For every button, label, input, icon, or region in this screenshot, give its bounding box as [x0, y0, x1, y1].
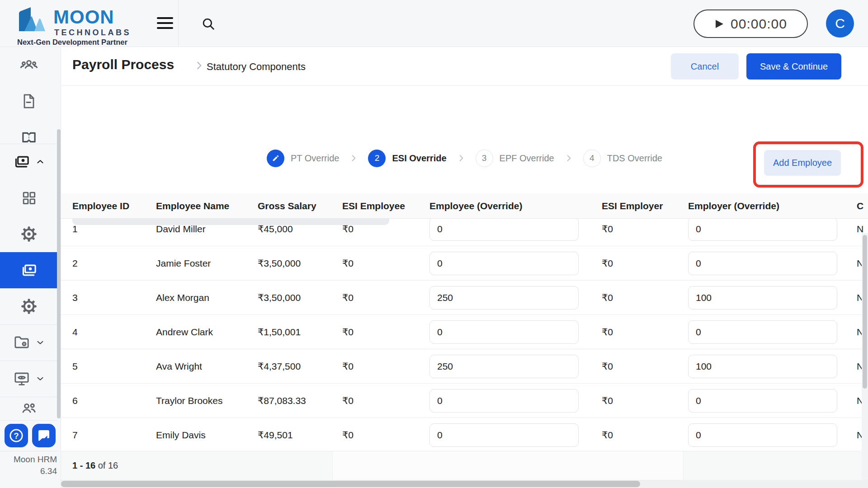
feedback-button[interactable]: [32, 424, 56, 447]
sidebar-item-dashboard[interactable]: [0, 180, 58, 216]
pencil-edit-icon: [271, 154, 280, 163]
col-employer-override: Employer (Override): [688, 201, 857, 211]
version-number: 6.34: [14, 465, 57, 477]
sidebar-nav: ? Moon HRM 6.34: [0, 47, 61, 488]
sidebar-item-hr-team[interactable]: [0, 397, 58, 420]
sidebar-item-settings-1[interactable]: [0, 216, 58, 252]
step-pt-override[interactable]: PT Override: [267, 150, 339, 167]
main-content: Payroll Process Statutory Components Can…: [61, 47, 868, 488]
app-version: Moon HRM 6.34: [14, 454, 57, 477]
sidebar-scrollbar[interactable]: [57, 129, 61, 418]
col-employee-name: Employee Name: [156, 201, 258, 211]
sidebar-item-documents[interactable]: [0, 83, 58, 119]
step-tds-override[interactable]: 4 TDS Override: [583, 150, 662, 167]
employer-override-input[interactable]: [688, 355, 837, 378]
payroll-money-icon: [20, 261, 38, 279]
chevron-down-icon: [35, 374, 45, 384]
step-esi-override[interactable]: 2 ESI Override: [368, 150, 446, 167]
table-row: 4 Andrew Clark ₹1,50,001 ₹0 ₹0 N: [61, 315, 868, 349]
breadcrumb: Statutory Components: [207, 61, 306, 73]
moon-technolabs-logo[interactable]: MOON TECHNOLABS Next-Gen Development Par…: [17, 5, 135, 44]
help-question-icon: ?: [8, 427, 25, 444]
sidebar-item-payroll-active[interactable]: [0, 252, 58, 288]
table-row: 7 Emily Davis ₹49,501 ₹0 ₹0 N: [61, 418, 868, 452]
employer-override-input[interactable]: [688, 423, 837, 447]
timer-value: 00:00:00: [731, 16, 787, 32]
feedback-chat-icon: [36, 427, 52, 444]
sidebar-item-file-manager[interactable]: [0, 324, 58, 361]
col-esi-employee: ESI Employee: [342, 201, 429, 211]
sidebar-item-settings-2[interactable]: [0, 288, 58, 324]
step-epf-override[interactable]: 3 EPF Override: [476, 150, 554, 167]
svg-text:?: ?: [14, 432, 19, 441]
payroll-money-icon: [13, 153, 31, 171]
table-body: 1 David Miller ₹45,000 ₹0 ₹0 N 2 Jamie F…: [61, 219, 868, 452]
groups-icon: [19, 56, 38, 75]
sidebar-divider: [0, 451, 58, 451]
step-chevron-icon: [457, 154, 466, 163]
logo-subtitle: TECHNOLABS: [54, 28, 131, 38]
folder-settings-icon: [13, 333, 31, 352]
cancel-button[interactable]: Cancel: [671, 53, 739, 80]
menu-hamburger-icon[interactable]: [156, 16, 175, 32]
logo-tagline: Next-Gen Development Partner: [17, 38, 127, 47]
document-icon: [20, 92, 38, 110]
step-chevron-icon: [349, 154, 358, 163]
page-title: Payroll Process: [72, 57, 174, 72]
top-bar: MOON TECHNOLABS Next-Gen Development Par…: [0, 0, 868, 47]
settings-gear-icon: [20, 297, 38, 315]
footer-band: [332, 451, 684, 480]
table-row: 1 David Miller ₹45,000 ₹0 ₹0 N: [61, 219, 868, 246]
page-header: Payroll Process Statutory Components Can…: [61, 47, 868, 86]
col-employee-override: Employee (Override): [429, 201, 602, 211]
employee-override-input[interactable]: [429, 423, 579, 447]
employer-override-input[interactable]: [688, 286, 837, 310]
table-row: 6 Traylor Brookes ₹87,083.33 ₹0 ₹0 N: [61, 384, 868, 418]
table-footer: 1 - 16 of 16: [61, 451, 868, 480]
employer-override-input[interactable]: [688, 389, 837, 413]
sidebar-item-employees[interactable]: [0, 47, 58, 83]
logo-title: MOON: [53, 6, 114, 28]
table-row: 5 Ava Wright ₹4,37,500 ₹0 ₹0 N: [61, 349, 868, 384]
col-gross-salary: Gross Salary: [258, 201, 342, 211]
add-employee-button[interactable]: Add Employee: [764, 150, 841, 176]
breadcrumb-chevron-icon: [193, 60, 205, 71]
step-completed-circle: [267, 150, 284, 167]
employer-override-input[interactable]: [688, 252, 837, 275]
sidebar-item-payroll-group[interactable]: [0, 144, 58, 180]
sidebar-divider: [0, 420, 58, 421]
col-employee-id: Employee ID: [72, 201, 156, 211]
user-avatar[interactable]: C: [826, 9, 854, 38]
step-chevron-icon: [564, 154, 573, 163]
employer-override-input[interactable]: [688, 320, 837, 344]
people-pair-icon: [19, 399, 38, 418]
col-esi-employer: ESI Employer: [602, 201, 688, 211]
employee-override-input[interactable]: [429, 389, 579, 413]
table-header: Employee ID Employee Name Gross Salary E…: [61, 193, 868, 219]
chevron-down-icon: [35, 338, 45, 347]
employee-override-input[interactable]: [429, 252, 579, 275]
save-continue-button[interactable]: Save & Continue: [746, 53, 841, 80]
employee-override-input[interactable]: [429, 320, 579, 344]
vertical-scrollbar-thumb[interactable]: [863, 235, 867, 389]
wizard-stepper: PT Override 2 ESI Override 3 EPF Overrid…: [61, 137, 868, 179]
employee-override-input[interactable]: [429, 219, 579, 241]
time-tracker[interactable]: 00:00:00: [693, 9, 808, 38]
help-button[interactable]: ?: [5, 424, 28, 447]
product-name: Moon HRM: [14, 454, 57, 465]
employer-override-input[interactable]: [688, 219, 837, 241]
sidebar-item-monitoring[interactable]: [0, 361, 58, 397]
table-row: 3 Alex Morgan ₹3,50,000 ₹0 ₹0 N: [61, 281, 868, 315]
horizontal-scrollbar-thumb[interactable]: [61, 481, 640, 487]
play-icon: [714, 19, 724, 29]
settings-gear-icon: [20, 225, 38, 243]
search-icon[interactable]: [201, 16, 216, 32]
employee-override-input[interactable]: [429, 286, 579, 310]
table-row: 2 Jamie Foster ₹3,50,000 ₹0 ₹0 N: [61, 246, 868, 281]
employee-override-input[interactable]: [429, 355, 579, 378]
col-truncated: C: [857, 201, 868, 211]
chevron-up-icon: [35, 157, 45, 167]
dashboard-grid-icon: [20, 189, 38, 206]
monitor-eye-icon: [13, 370, 31, 388]
pagination-status: 1 - 16 of 16: [72, 460, 118, 471]
